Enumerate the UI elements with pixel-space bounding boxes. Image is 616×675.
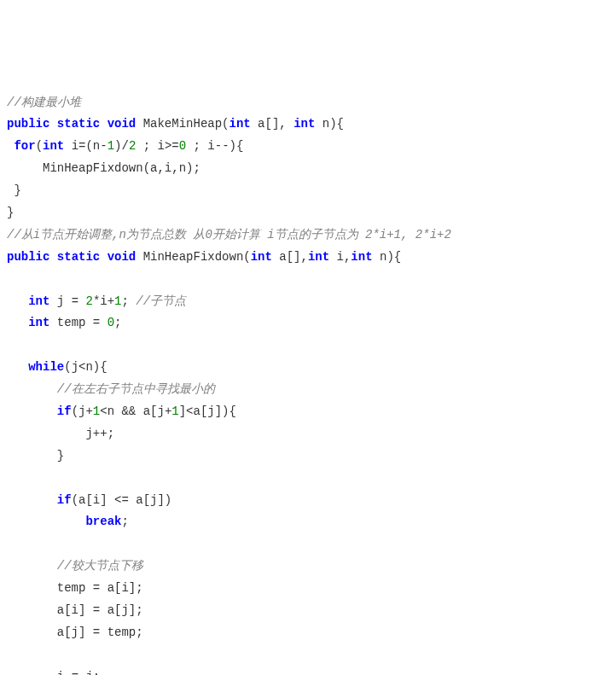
keyword-static: static [57,117,100,131]
keyword-int: int [308,250,329,264]
code-text: (j [64,360,78,374]
operator: = [72,294,78,308]
number: 1 [108,139,114,153]
comment: //从i节点开始调整,n为节点总数 从0开始计算 i节点的子节点为 2*i+1,… [7,228,451,241]
code-text: (n [85,139,100,153]
code-text: ; [122,294,137,308]
code-text: i, [329,250,351,264]
operator: < [186,404,193,418]
operator: >= [165,139,179,153]
keyword-int: int [251,250,272,264]
code-text [7,161,43,175]
code-text: n){ [85,360,107,374]
code-text: ) [114,139,121,153]
code-text: j [49,294,71,308]
code-text [7,559,57,573]
code-text: a[j]; [100,603,142,617]
code-text: a[i]; [100,581,142,595]
code-text [7,360,28,374]
code-text: n [108,404,122,418]
operator: - [100,139,107,153]
code-text [7,626,57,639]
method-name: MinHeapFixdown( [136,250,250,264]
keyword-void: void [108,250,137,264]
code-text: ){ [230,139,244,153]
code-text: temp [57,581,93,595]
keyword-int: int [28,294,49,308]
operator: / [122,139,129,153]
operator: && [121,404,136,418]
operator: = [72,670,78,675]
code-text: ; [121,515,128,528]
operator: = [93,581,100,595]
code-text [7,603,57,617]
operator: -- [215,139,230,153]
code-text: ; [114,316,121,329]
code-text: ( [36,139,43,153]
keyword-int: int [229,117,250,131]
code-text: ; i [136,139,165,153]
code-text [7,427,85,440]
code-text [7,581,57,595]
operator: + [108,294,114,308]
keyword-int: int [293,117,315,131]
code-text [7,294,28,308]
code-text: } [7,206,14,219]
keyword-public: public [7,117,49,131]
code-block: //构建最小堆 public static void MakeMinHeap(i… [7,92,609,675]
operator: <= [114,493,129,507]
number: 0 [108,316,114,329]
number: 1 [93,404,100,418]
code-text: i [64,139,78,153]
code-text: temp; [100,626,142,639]
keyword-public: public [7,250,49,264]
keyword-if: if [57,404,72,418]
keyword-if: if [57,493,72,507]
operator: = [93,603,100,617]
code-text [7,404,57,418]
keyword-break: break [85,515,121,528]
number: 1 [171,404,178,418]
code-text: ; i [186,139,215,153]
code-text: MinHeapFixdown(a,i,n); [43,161,200,175]
code-text: n){ [373,250,402,264]
code-text: a[i] [57,603,93,617]
keyword-for: for [14,139,35,153]
operator: = [93,626,100,639]
keyword-int: int [351,250,372,264]
code-text: } [7,183,21,197]
keyword-static: static [57,250,100,264]
operator: ++ [93,427,108,440]
comment: //子节点 [136,294,186,308]
code-text: n){ [315,117,344,131]
operator: + [85,404,92,418]
code-text: (j [72,404,86,418]
code-text: a[], [251,117,293,131]
number: 2 [85,294,92,308]
keyword-while: while [28,360,64,374]
number: 0 [179,139,186,153]
keyword-int: int [43,139,64,153]
comment: //在左右子节点中寻找最小的 [57,382,215,396]
method-name: MakeMinHeap( [136,117,229,131]
code-text: a[j] [57,626,93,639]
code-text: ; [108,427,114,440]
keyword-void: void [108,117,137,131]
code-text: a[], [272,250,308,264]
code-text [100,316,107,329]
code-text [7,316,28,329]
code-text [7,670,57,675]
code-text: } [57,449,64,463]
number: 1 [114,294,121,308]
code-text: i [57,670,72,675]
code-text: ] [179,404,186,418]
code-text: a[j]) [129,493,171,507]
code-text [7,382,57,396]
code-text [7,515,85,528]
code-text: (a[i] [72,493,114,507]
code-text: a[j [136,404,165,418]
code-text [7,449,57,463]
code-text: j [85,427,92,440]
comment: //构建最小堆 [7,96,81,109]
code-text: i [100,294,107,308]
